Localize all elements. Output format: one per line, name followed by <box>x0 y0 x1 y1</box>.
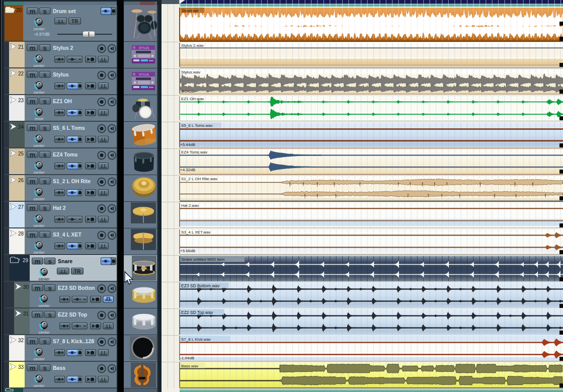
svg-text:m: m <box>30 364 36 372</box>
svg-text:EZ4 Toms: EZ4 Toms <box>53 151 78 158</box>
svg-text:-2.04dB: -2.04dB <box>180 89 194 94</box>
svg-text:center: center <box>38 330 50 335</box>
svg-text:s: s <box>43 98 46 105</box>
svg-text:S3_4 L XET: S3_4 L XET <box>53 231 82 238</box>
svg-text:23: 23 <box>18 98 24 103</box>
svg-text:m: m <box>35 258 41 265</box>
svg-text:m: m <box>30 231 36 239</box>
svg-text:center: center <box>33 27 45 31</box>
svg-text:9%R: 9%R <box>35 117 44 121</box>
svg-text:m: m <box>30 178 36 185</box>
svg-text:Bass: Bass <box>53 365 65 371</box>
svg-text:s: s <box>48 284 51 292</box>
svg-text:28: 28 <box>18 231 24 237</box>
svg-text:EZ2 SD Top.wav: EZ2 SD Top.wav <box>181 310 213 315</box>
svg-text:m: m <box>30 124 36 132</box>
svg-text:m: m <box>30 8 36 15</box>
svg-text:Bass.wav: Bass.wav <box>181 364 198 368</box>
svg-text:EZ1 OH.wav: EZ1 OH.wav <box>181 97 204 101</box>
svg-text:Stylus 2.wav: Stylus 2.wav <box>181 43 204 48</box>
svg-text:m: m <box>30 151 36 159</box>
svg-text:24: 24 <box>18 124 24 130</box>
svg-text:center: center <box>33 357 45 361</box>
svg-text:S7_8 L Kick.wav: S7_8 L Kick.wav <box>181 337 211 342</box>
svg-text:S5_6 L Toms.wav: S5_6 L Toms.wav <box>181 123 213 128</box>
svg-text:-4.97dB: -4.97dB <box>34 32 50 37</box>
svg-text:m: m <box>30 44 36 52</box>
svg-text:29: 29 <box>23 258 29 263</box>
svg-text:STYLUS: STYLUS <box>139 46 149 49</box>
svg-text:s: s <box>43 204 46 212</box>
svg-text:center: center <box>33 143 45 148</box>
svg-text:center: center <box>33 383 45 388</box>
svg-text:+4.32dB: +4.32dB <box>180 168 195 172</box>
svg-text:S3_4 L XET.wav: S3_4 L XET.wav <box>181 230 210 234</box>
svg-text:Hat 2: Hat 2 <box>53 205 66 211</box>
svg-text:EZ3 SD Bottom.wav: EZ3 SD Bottom.wav <box>181 283 220 288</box>
svg-text:Snare untitled MIDI item: Snare untitled MIDI item <box>182 257 225 262</box>
svg-text:EZ1 OH: EZ1 OH <box>53 98 72 104</box>
svg-text:Stylus: Stylus <box>53 71 69 77</box>
svg-text:s: s <box>43 338 46 345</box>
svg-text:32: 32 <box>18 338 24 343</box>
svg-text:31: 31 <box>23 311 29 317</box>
svg-text:Hat 2.wav: Hat 2.wav <box>181 203 199 208</box>
svg-text:21: 21 <box>18 44 24 50</box>
svg-text:33: 33 <box>18 364 24 370</box>
svg-text:s: s <box>43 151 46 159</box>
svg-text:m: m <box>35 311 41 319</box>
svg-text:+5.44dB: +5.44dB <box>180 142 195 147</box>
svg-text:m: m <box>30 338 36 345</box>
svg-text:EZ2 SD Top: EZ2 SD Top <box>58 311 87 318</box>
svg-text:center: center <box>38 277 50 281</box>
svg-text:S5_6 L Toms: S5_6 L Toms <box>53 125 85 131</box>
svg-text:-1.04dB: -1.04dB <box>180 356 194 360</box>
svg-text:S1_2 L OH Rite: S1_2 L OH Rite <box>53 178 91 184</box>
svg-text:center: center <box>33 170 45 175</box>
svg-text:s: s <box>43 178 46 185</box>
svg-text:26: 26 <box>18 178 24 183</box>
svg-text:center: center <box>38 303 50 308</box>
svg-text:22: 22 <box>18 71 24 76</box>
svg-text:Snare: Snare <box>58 258 72 264</box>
svg-text:20: 20 <box>16 8 22 13</box>
svg-text:S7_8 L Kick..128: S7_8 L Kick..128 <box>53 338 94 344</box>
svg-text:s: s <box>43 124 46 132</box>
svg-text:m: m <box>30 204 36 212</box>
svg-text:center: center <box>33 223 45 228</box>
svg-text:s: s <box>43 71 46 79</box>
svg-text:EZ3 SD Botton: EZ3 SD Botton <box>58 285 95 291</box>
svg-text:Stylus 2: Stylus 2 <box>53 45 73 51</box>
svg-text:s: s <box>48 311 51 319</box>
svg-text:center: center <box>33 250 45 255</box>
svg-text:S1_2 L OH Rite.wav: S1_2 L OH Rite.wav <box>181 177 217 181</box>
svg-text:m: m <box>35 284 41 292</box>
svg-text:TR: TR <box>71 19 78 24</box>
svg-text:STYLUS: STYLUS <box>139 73 149 76</box>
svg-text:s: s <box>43 44 46 52</box>
svg-text:center: center <box>33 63 45 68</box>
svg-text:s: s <box>43 231 46 239</box>
svg-text:s: s <box>43 364 46 372</box>
svg-text:center: center <box>33 90 45 95</box>
svg-text:25: 25 <box>18 151 24 156</box>
svg-text:s: s <box>48 258 51 265</box>
svg-text:TR: TR <box>74 269 81 274</box>
svg-text:+5.66dB: +5.66dB <box>180 249 195 253</box>
svg-text:s: s <box>43 8 46 15</box>
svg-text:center: center <box>33 197 45 201</box>
svg-text:Drum set: Drum set <box>53 8 76 14</box>
svg-text:Drum set: Drum set <box>182 9 199 13</box>
svg-text:m: m <box>30 71 36 79</box>
svg-text:27: 27 <box>18 204 24 210</box>
svg-text:m: m <box>30 98 36 105</box>
svg-text:30: 30 <box>23 284 29 290</box>
svg-text:EZ4 Toms.wav: EZ4 Toms.wav <box>181 150 207 154</box>
svg-text:Stylus.wav: Stylus.wav <box>181 70 200 74</box>
